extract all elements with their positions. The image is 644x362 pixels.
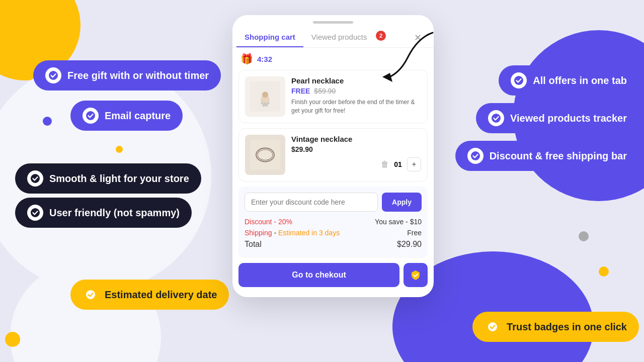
vintage-price: $29.90 — [291, 145, 313, 153]
product-card-pearl: Pearl necklace FREE $59.90 Finish your o… — [238, 70, 428, 123]
notification-badge: 2 — [376, 31, 386, 41]
svg-point-16 — [266, 105, 268, 107]
gift-icon: 🎁 — [240, 53, 253, 65]
trust-badges-label: Trust badges in one click — [507, 321, 627, 333]
all-offers-label: All offers in one tab — [533, 75, 627, 86]
svg-point-4 — [86, 290, 95, 299]
vintage-product-image — [245, 135, 285, 175]
dot-4 — [599, 266, 609, 277]
total-row: Total $29.90 — [245, 240, 422, 249]
checkout-row: Go to chekout — [238, 263, 428, 287]
total-value: $29.90 — [397, 240, 422, 249]
svg-point-1 — [86, 111, 95, 120]
close-button[interactable]: ✕ — [410, 30, 426, 45]
discount-input-row: Apply — [245, 193, 422, 212]
pearl-product-name: Pearl necklace — [291, 76, 421, 85]
check-icon-smooth — [27, 170, 43, 187]
email-capture-label: Email capture — [105, 110, 171, 122]
shield-icon — [410, 269, 421, 281]
viewed-products-label: Viewed products tracker — [510, 113, 627, 124]
phone-mockup: Shopping cart Viewed products 2 ✕ 🎁 4:32 — [232, 15, 434, 297]
smooth-label: Smooth & light for your store — [49, 173, 189, 185]
discount-savings: You save - $10 — [375, 218, 422, 226]
vintage-price-row: $29.90 — [291, 145, 421, 153]
svg-point-11 — [262, 92, 268, 98]
check-icon-trust — [485, 319, 501, 335]
badge-email-capture: Email capture — [70, 101, 183, 131]
svg-point-2 — [31, 174, 40, 183]
badge-discount-shipping: Discount & free shipping bar — [455, 141, 639, 171]
svg-point-13 — [261, 102, 264, 105]
shopping-cart-tab-label: Shopping cart — [245, 33, 295, 41]
svg-rect-17 — [250, 140, 280, 170]
discount-shipping-label: Discount & free shipping bar — [490, 150, 627, 162]
svg-point-8 — [488, 322, 497, 331]
vintage-product-info: Vintage necklace $29.90 🗑 01 + — [291, 135, 421, 171]
discount-label: Discount - 20% — [245, 218, 292, 226]
timer-bar: 🎁 4:32 — [232, 48, 434, 70]
pearl-product-info: Pearl necklace FREE $59.90 Finish your o… — [291, 76, 421, 115]
svg-point-15 — [263, 105, 265, 107]
tab-shopping-cart[interactable]: Shopping cart — [236, 28, 303, 47]
svg-point-7 — [471, 151, 480, 160]
dot-6 — [5, 332, 20, 347]
checkout-button[interactable]: Go to chekout — [238, 263, 399, 287]
svg-point-0 — [49, 71, 58, 80]
discount-code-input[interactable] — [245, 193, 378, 212]
badge-trust-badges: Trust badges in one click — [472, 312, 639, 342]
tab-viewed-products[interactable]: Viewed products — [303, 28, 375, 47]
check-icon-viewed-products — [488, 110, 504, 126]
shield-button[interactable] — [404, 263, 428, 287]
dot-2 — [116, 146, 123, 153]
pearl-description: Finish your order before the end of the … — [291, 98, 421, 115]
pearl-product-image — [245, 76, 285, 117]
total-label: Total — [245, 240, 262, 249]
badge-estimated-delivery: Estimated delivery date — [70, 280, 229, 310]
quantity-increase-button[interactable]: + — [407, 157, 421, 171]
shipping-label: Shipping - Estimated in 3 days — [245, 229, 340, 237]
delete-button[interactable]: 🗑 — [381, 160, 389, 169]
svg-point-14 — [267, 102, 270, 105]
pearl-price-row: FREE $59.90 — [291, 87, 421, 95]
check-icon-delivery — [83, 287, 99, 303]
svg-point-5 — [514, 76, 523, 85]
dot-3 — [579, 231, 589, 241]
svg-point-6 — [492, 114, 501, 123]
quantity-value: 01 — [393, 160, 403, 168]
cart-tabs: Shopping cart Viewed products 2 ✕ — [232, 28, 434, 48]
badge-free-gift: Free gift with or without timer — [33, 60, 221, 90]
vintage-product-name: Vintage necklace — [291, 135, 421, 143]
check-icon-all-offers — [511, 72, 527, 88]
svg-point-3 — [31, 208, 40, 217]
discount-section: Apply Discount - 20% You save - $10 Ship… — [238, 187, 428, 258]
check-icon-free-gift — [45, 67, 61, 83]
shipping-value: Free — [407, 229, 422, 237]
shipping-row: Shipping - Estimated in 3 days Free — [245, 229, 422, 237]
timer-display: 4:32 — [257, 55, 272, 63]
phone-notch — [313, 21, 353, 24]
check-icon-email — [83, 108, 99, 124]
quantity-row: 🗑 01 + — [291, 157, 421, 171]
badge-viewed-products: Viewed products tracker — [476, 103, 639, 133]
discount-row: Discount - 20% You save - $10 — [245, 218, 422, 226]
badge-all-offers: All offers in one tab — [499, 65, 639, 96]
dot-1 — [43, 117, 52, 126]
product-card-vintage: Vintage necklace $29.90 🗑 01 + — [238, 128, 428, 182]
badge-user-friendly: User friendly (not spammy) — [15, 198, 192, 228]
check-icon-discount-shipping — [467, 148, 484, 164]
estimated-delivery-label: Estimated delivery date — [105, 289, 217, 301]
check-icon-user-friendly — [27, 205, 43, 221]
pearl-free-label: FREE — [291, 87, 310, 95]
pearl-original-price: $59.90 — [314, 87, 336, 95]
badge-smooth: Smooth & light for your store — [15, 163, 201, 194]
viewed-products-tab-label: Viewed products — [311, 33, 367, 41]
apply-button[interactable]: Apply — [382, 193, 422, 212]
free-gift-label: Free gift with or without timer — [67, 70, 209, 81]
user-friendly-label: User friendly (not spammy) — [49, 207, 180, 219]
